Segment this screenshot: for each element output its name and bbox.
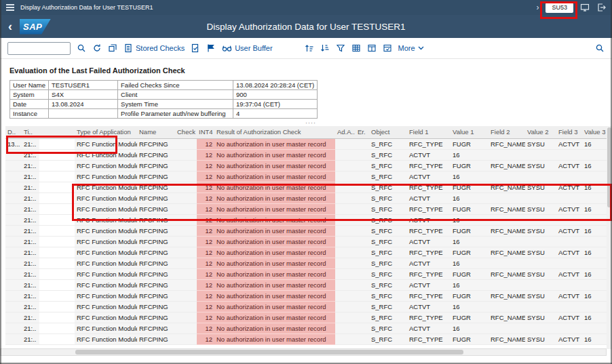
grid-cell-value3[interactable] <box>582 171 607 182</box>
grid-cell-type[interactable]: RFC Function Module <box>75 225 137 236</box>
grid-cell-object[interactable]: S_RFC <box>369 323 407 333</box>
grid-cell-blank[interactable] <box>39 236 75 247</box>
grid-cell-d[interactable] <box>5 258 22 268</box>
command-combobox[interactable] <box>7 42 71 55</box>
grid-cell-field1[interactable]: ACTVT <box>407 214 451 225</box>
grid-row[interactable]: 21:..RFC Function ModuleRFCPING12No auth… <box>5 193 607 203</box>
grid-cell-field3[interactable]: ACTVT <box>556 268 582 279</box>
grid-cell-er[interactable] <box>356 182 369 193</box>
grid-cell-field3[interactable] <box>556 236 582 247</box>
grid-cell-object[interactable]: S_RFC <box>369 171 407 182</box>
grid-cell-field2[interactable]: RFC_NAME <box>489 268 525 279</box>
grid-cell-er[interactable] <box>356 214 369 225</box>
stored-checks-button[interactable]: Stored Checks <box>123 43 185 53</box>
grid-cell-object[interactable]: S_RFC <box>369 236 407 247</box>
grid-cell-result[interactable]: No authorization in user master record <box>214 323 335 333</box>
grid-cell-field3[interactable]: ACTVT <box>556 247 582 258</box>
grid-cell-field2[interactable]: RFC_NAME <box>489 290 525 301</box>
grid-cell-ada[interactable] <box>335 279 356 290</box>
grid-cell-name[interactable]: RFCPING <box>137 225 175 236</box>
grid-cell-check[interactable] <box>175 333 197 344</box>
grid-cell-name[interactable]: RFCPING <box>137 214 175 225</box>
grid-cell-value1[interactable]: FUGR <box>451 182 489 193</box>
grid-cell-time[interactable]: 21:.. <box>22 312 39 323</box>
grid-cell-d[interactable] <box>5 323 22 333</box>
grid-cell-check[interactable] <box>175 268 197 279</box>
grid-cell-field1[interactable]: RFC_TYPE <box>407 333 451 344</box>
grid-cell-er[interactable] <box>356 258 369 268</box>
grid-cell-blank[interactable] <box>39 268 75 279</box>
grid-cell-check[interactable] <box>175 149 197 160</box>
column-header-field1[interactable]: Field 1 <box>407 126 451 138</box>
grid-row[interactable]: 21:..RFC Function ModuleRFCPING12No auth… <box>5 247 607 258</box>
grid-cell-er[interactable] <box>356 149 369 160</box>
grid-cell-result[interactable]: No authorization in user master record <box>214 214 335 225</box>
grid-cell-type[interactable]: RFC Function Module <box>75 182 137 193</box>
grid-cell-field1[interactable]: RFC_TYPE <box>407 203 451 214</box>
grid-cell-er[interactable] <box>356 160 369 171</box>
grid-cell-object[interactable]: S_RFC <box>369 301 407 312</box>
grid-cell-value2[interactable]: SYSU <box>525 268 556 279</box>
grid-cell-blank[interactable] <box>39 290 75 301</box>
grid-cell-type[interactable]: RFC Function Module <box>75 214 137 225</box>
column-header-field3[interactable]: Field 3 <box>556 126 582 138</box>
grid-cell-ada[interactable] <box>335 203 356 214</box>
grid-row[interactable]: 21:..RFC Function ModuleRFCPING12No auth… <box>5 312 607 323</box>
grid-cell-ada[interactable] <box>335 268 356 279</box>
grid-cell-name[interactable]: RFCPING <box>137 279 175 290</box>
grid-cell-value2[interactable]: SYSU <box>525 160 556 171</box>
grid-cell-result[interactable]: No authorization in user master record <box>214 312 335 323</box>
grid-cell-blank[interactable] <box>39 312 75 323</box>
column-header-int4[interactable]: INT4 <box>197 126 214 138</box>
menu-icon[interactable] <box>6 4 14 11</box>
grid-cell-object[interactable]: S_RFC <box>369 214 407 225</box>
grid-cell-d[interactable] <box>5 290 22 301</box>
grid-cell-type[interactable]: RFC Function Module <box>75 160 137 171</box>
grid-row[interactable]: 21:..RFC Function ModuleRFCPING12No auth… <box>5 236 607 247</box>
grid-cell-d[interactable] <box>5 333 22 344</box>
grid-cell-int4[interactable]: 12 <box>197 258 214 268</box>
grid-cell-result[interactable]: No authorization in user master record <box>214 203 335 214</box>
grid-cell-field2[interactable] <box>489 149 525 160</box>
grid-cell-d[interactable] <box>5 203 22 214</box>
grid-cell-object[interactable]: S_RFC <box>369 258 407 268</box>
column-header-value2[interactable]: Value 2 <box>525 126 556 138</box>
grid-cell-d[interactable] <box>5 236 22 247</box>
grid-cell-field3[interactable]: ACTVT <box>556 203 582 214</box>
grid-cell-name[interactable]: RFCPING <box>137 236 175 247</box>
grid-cell-value2[interactable] <box>525 171 556 182</box>
back-icon[interactable]: ‹ <box>8 20 12 33</box>
refresh-icon[interactable] <box>92 43 102 53</box>
grid-cell-er[interactable] <box>356 323 369 333</box>
grid-cell-result[interactable]: No authorization in user master record <box>214 138 335 149</box>
column-header-d[interactable]: D.. <box>5 126 22 138</box>
grid-cell-d[interactable] <box>5 247 22 258</box>
grid-cell-field3[interactable]: ACTVT <box>556 182 582 193</box>
grid-cell-field1[interactable]: RFC_TYPE <box>407 138 451 149</box>
grid-cell-ada[interactable] <box>335 323 356 333</box>
grid-cell-type[interactable]: RFC Function Module <box>75 301 137 312</box>
grid-cell-field1[interactable]: RFC_TYPE <box>407 182 451 193</box>
grid-cell-type[interactable]: RFC Function Module <box>75 268 137 279</box>
vertical-scrollbar-thumb[interactable] <box>607 127 611 207</box>
grid-cell-check[interactable] <box>175 279 197 290</box>
grid-cell-value2[interactable]: SYSU <box>525 333 556 344</box>
grid-cell-er[interactable] <box>356 333 369 344</box>
grid-cell-int4[interactable]: 12 <box>197 225 214 236</box>
grid-cell-d[interactable]: 13... <box>5 138 22 149</box>
grid-cell-time[interactable]: 21:.. <box>22 193 39 203</box>
column-header-type[interactable]: Type of Application <box>75 126 137 138</box>
grid-cell-name[interactable]: RFCPING <box>137 149 175 160</box>
grid-cell-value2[interactable] <box>525 258 556 268</box>
grid-cell-int4[interactable]: 12 <box>197 268 214 279</box>
grid-cell-field3[interactable] <box>556 193 582 203</box>
grid-cell-name[interactable]: RFCPING <box>137 290 175 301</box>
grid-cell-int4[interactable]: 12 <box>197 333 214 344</box>
grid-cell-check[interactable] <box>175 312 197 323</box>
grid-cell-field1[interactable]: ACTVT <box>407 236 451 247</box>
grid-cell-value3[interactable]: 16 <box>582 268 607 279</box>
grid-cell-d[interactable] <box>5 279 22 290</box>
grid-cell-int4[interactable]: 12 <box>197 312 214 323</box>
grid-cell-field3[interactable] <box>556 214 582 225</box>
grid-cell-blank[interactable] <box>39 193 75 203</box>
